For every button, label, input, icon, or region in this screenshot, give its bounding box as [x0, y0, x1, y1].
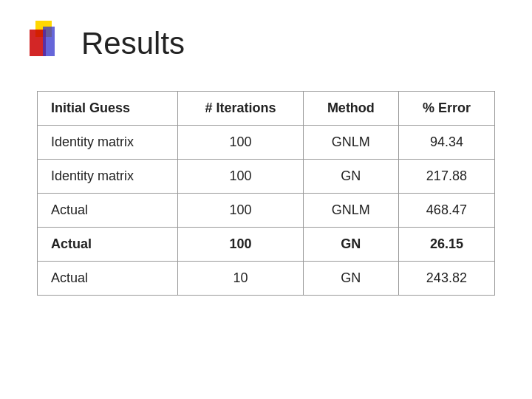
cell-initial_guess-3: Actual [38, 228, 178, 262]
page-title: Results [81, 26, 495, 61]
cell-error-2: 468.47 [398, 194, 494, 228]
table-row: Actual100GN26.15 [38, 228, 495, 262]
cell-initial_guess-1: Identity matrix [38, 160, 178, 194]
table-header-row: Initial Guess # Iterations Method % Erro… [38, 92, 495, 126]
dec-blue [43, 27, 55, 56]
cell-method-1: GN [303, 160, 398, 194]
cell-error-3: 26.15 [398, 228, 494, 262]
table-row: Identity matrix100GNLM94.34 [38, 126, 495, 160]
slide-container: Results Initial Guess # Iterations Metho… [0, 0, 532, 399]
cell-iterations-1: 100 [178, 160, 304, 194]
cell-iterations-0: 100 [178, 126, 304, 160]
cell-error-1: 217.88 [398, 160, 494, 194]
cell-error-4: 243.82 [398, 262, 494, 296]
results-table: Initial Guess # Iterations Method % Erro… [37, 91, 495, 296]
cell-method-3: GN [303, 228, 398, 262]
cell-error-0: 94.34 [398, 126, 494, 160]
table-row: Actual100GNLM468.47 [38, 194, 495, 228]
decoration [30, 21, 65, 56]
col-header-method: Method [303, 92, 398, 126]
table-row: Actual10GN243.82 [38, 262, 495, 296]
cell-initial_guess-4: Actual [38, 262, 178, 296]
cell-method-0: GNLM [303, 126, 398, 160]
cell-iterations-2: 100 [178, 194, 304, 228]
col-header-iterations: # Iterations [178, 92, 304, 126]
cell-method-4: GN [303, 262, 398, 296]
col-header-error: % Error [398, 92, 494, 126]
cell-initial_guess-2: Actual [38, 194, 178, 228]
cell-initial_guess-0: Identity matrix [38, 126, 178, 160]
cell-method-2: GNLM [303, 194, 398, 228]
table-row: Identity matrix100GN217.88 [38, 160, 495, 194]
col-header-initial-guess: Initial Guess [38, 92, 178, 126]
cell-iterations-4: 10 [178, 262, 304, 296]
cell-iterations-3: 100 [178, 228, 304, 262]
